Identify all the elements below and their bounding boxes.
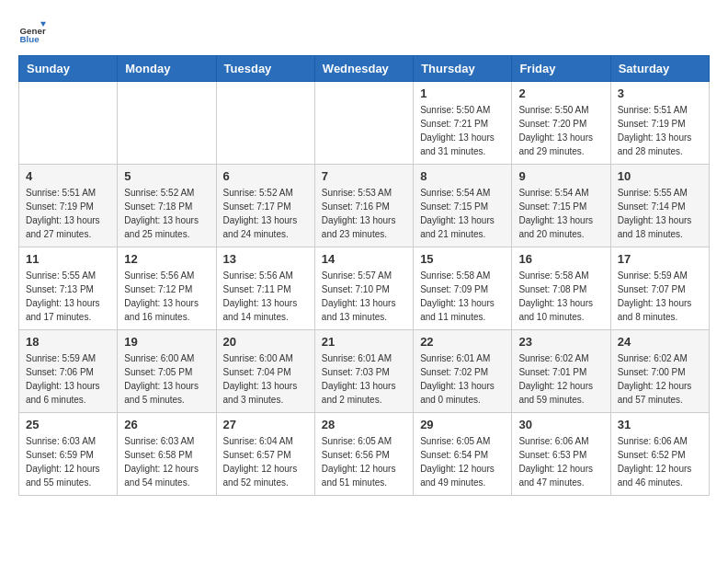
page-header: General Blue xyxy=(18,18,710,46)
day-info: Sunrise: 5:56 AMSunset: 7:11 PMDaylight:… xyxy=(223,269,308,324)
calendar-cell xyxy=(314,82,413,165)
day-info: Sunrise: 5:52 AMSunset: 7:18 PMDaylight:… xyxy=(124,186,209,241)
day-number: 5 xyxy=(124,169,209,183)
logo-icon: General Blue xyxy=(18,18,46,46)
header-wednesday: Wednesday xyxy=(314,56,413,82)
calendar-body: 1Sunrise: 5:50 AMSunset: 7:21 PMDaylight… xyxy=(19,82,710,496)
calendar-cell: 26Sunrise: 6:03 AMSunset: 6:58 PMDayligh… xyxy=(118,413,216,496)
calendar-cell: 11Sunrise: 5:55 AMSunset: 7:13 PMDayligh… xyxy=(19,247,118,330)
day-number: 7 xyxy=(322,169,406,183)
day-info: Sunrise: 6:00 AMSunset: 7:05 PMDaylight:… xyxy=(124,351,209,407)
calendar-cell: 31Sunrise: 6:06 AMSunset: 6:52 PMDayligh… xyxy=(610,413,709,496)
day-info: Sunrise: 6:02 AMSunset: 7:00 PMDaylight:… xyxy=(618,351,702,407)
day-number: 12 xyxy=(124,252,209,266)
calendar-cell: 16Sunrise: 5:58 AMSunset: 7:08 PMDayligh… xyxy=(512,247,610,330)
week-row-4: 25Sunrise: 6:03 AMSunset: 6:59 PMDayligh… xyxy=(19,413,710,496)
day-info: Sunrise: 5:56 AMSunset: 7:12 PMDaylight:… xyxy=(124,269,209,324)
day-info: Sunrise: 5:55 AMSunset: 7:14 PMDaylight:… xyxy=(618,186,702,241)
calendar-cell: 25Sunrise: 6:03 AMSunset: 6:59 PMDayligh… xyxy=(19,413,118,496)
day-number: 16 xyxy=(518,252,603,266)
day-number: 29 xyxy=(420,418,505,431)
day-number: 30 xyxy=(518,418,603,431)
calendar-cell: 29Sunrise: 6:05 AMSunset: 6:54 PMDayligh… xyxy=(414,413,512,496)
logo: General Blue xyxy=(18,18,46,46)
day-number: 21 xyxy=(322,335,406,349)
header-sunday: Sunday xyxy=(19,56,118,82)
day-info: Sunrise: 5:53 AMSunset: 7:16 PMDaylight:… xyxy=(322,186,406,241)
week-row-0: 1Sunrise: 5:50 AMSunset: 7:21 PMDaylight… xyxy=(19,82,710,165)
calendar-cell: 3Sunrise: 5:51 AMSunset: 7:19 PMDaylight… xyxy=(610,82,709,165)
header-monday: Monday xyxy=(118,56,216,82)
day-number: 9 xyxy=(518,169,603,183)
calendar-cell: 24Sunrise: 6:02 AMSunset: 7:00 PMDayligh… xyxy=(610,330,709,413)
day-number: 22 xyxy=(420,335,505,349)
calendar-cell xyxy=(19,82,118,165)
day-info: Sunrise: 6:01 AMSunset: 7:02 PMDaylight:… xyxy=(420,351,505,407)
day-number: 15 xyxy=(420,252,505,266)
calendar-header-row: SundayMondayTuesdayWednesdayThursdayFrid… xyxy=(19,56,710,82)
day-number: 11 xyxy=(26,252,110,266)
day-number: 18 xyxy=(26,335,110,349)
day-info: Sunrise: 5:50 AMSunset: 7:20 PMDaylight:… xyxy=(518,103,603,158)
week-row-3: 18Sunrise: 5:59 AMSunset: 7:06 PMDayligh… xyxy=(19,330,710,413)
day-number: 10 xyxy=(618,169,702,183)
calendar-cell: 30Sunrise: 6:06 AMSunset: 6:53 PMDayligh… xyxy=(512,413,610,496)
calendar-cell: 19Sunrise: 6:00 AMSunset: 7:05 PMDayligh… xyxy=(118,330,216,413)
svg-text:Blue: Blue xyxy=(20,34,40,44)
day-info: Sunrise: 6:00 AMSunset: 7:04 PMDaylight:… xyxy=(223,351,308,407)
day-info: Sunrise: 6:06 AMSunset: 6:53 PMDaylight:… xyxy=(518,434,603,489)
calendar-cell: 8Sunrise: 5:54 AMSunset: 7:15 PMDaylight… xyxy=(414,165,512,247)
day-number: 28 xyxy=(322,418,406,431)
day-number: 23 xyxy=(518,335,603,349)
calendar-cell: 1Sunrise: 5:50 AMSunset: 7:21 PMDaylight… xyxy=(414,82,512,165)
calendar-cell: 6Sunrise: 5:52 AMSunset: 7:17 PMDaylight… xyxy=(216,165,314,247)
calendar-cell: 4Sunrise: 5:51 AMSunset: 7:19 PMDaylight… xyxy=(19,165,118,247)
day-info: Sunrise: 6:02 AMSunset: 7:01 PMDaylight:… xyxy=(518,351,603,407)
day-info: Sunrise: 5:54 AMSunset: 7:15 PMDaylight:… xyxy=(518,186,603,241)
calendar-cell: 10Sunrise: 5:55 AMSunset: 7:14 PMDayligh… xyxy=(610,165,709,247)
calendar-cell: 5Sunrise: 5:52 AMSunset: 7:18 PMDaylight… xyxy=(118,165,216,247)
calendar-cell: 22Sunrise: 6:01 AMSunset: 7:02 PMDayligh… xyxy=(414,330,512,413)
day-info: Sunrise: 5:52 AMSunset: 7:17 PMDaylight:… xyxy=(223,186,308,241)
calendar-cell: 18Sunrise: 5:59 AMSunset: 7:06 PMDayligh… xyxy=(19,330,118,413)
day-number: 8 xyxy=(420,169,505,183)
day-info: Sunrise: 5:50 AMSunset: 7:21 PMDaylight:… xyxy=(420,103,505,158)
day-number: 6 xyxy=(223,169,308,183)
day-info: Sunrise: 5:51 AMSunset: 7:19 PMDaylight:… xyxy=(618,103,702,158)
calendar-cell: 23Sunrise: 6:02 AMSunset: 7:01 PMDayligh… xyxy=(512,330,610,413)
day-info: Sunrise: 5:55 AMSunset: 7:13 PMDaylight:… xyxy=(26,269,110,324)
day-info: Sunrise: 5:58 AMSunset: 7:09 PMDaylight:… xyxy=(420,269,505,324)
header-tuesday: Tuesday xyxy=(216,56,314,82)
day-number: 1 xyxy=(420,86,505,100)
calendar-cell: 14Sunrise: 5:57 AMSunset: 7:10 PMDayligh… xyxy=(314,247,413,330)
day-info: Sunrise: 5:58 AMSunset: 7:08 PMDaylight:… xyxy=(518,269,603,324)
day-info: Sunrise: 6:01 AMSunset: 7:03 PMDaylight:… xyxy=(322,351,406,407)
day-number: 27 xyxy=(223,418,308,431)
day-number: 26 xyxy=(124,418,209,431)
day-info: Sunrise: 5:57 AMSunset: 7:10 PMDaylight:… xyxy=(322,269,406,324)
day-info: Sunrise: 6:03 AMSunset: 6:59 PMDaylight:… xyxy=(26,434,110,489)
calendar-cell: 17Sunrise: 5:59 AMSunset: 7:07 PMDayligh… xyxy=(610,247,709,330)
day-number: 17 xyxy=(618,252,702,266)
day-info: Sunrise: 6:03 AMSunset: 6:58 PMDaylight:… xyxy=(124,434,209,489)
calendar-cell xyxy=(216,82,314,165)
calendar-cell: 12Sunrise: 5:56 AMSunset: 7:12 PMDayligh… xyxy=(118,247,216,330)
day-number: 14 xyxy=(322,252,406,266)
day-number: 25 xyxy=(26,418,110,431)
calendar-cell: 20Sunrise: 6:00 AMSunset: 7:04 PMDayligh… xyxy=(216,330,314,413)
calendar-cell: 28Sunrise: 6:05 AMSunset: 6:56 PMDayligh… xyxy=(314,413,413,496)
day-number: 20 xyxy=(223,335,308,349)
calendar-cell: 9Sunrise: 5:54 AMSunset: 7:15 PMDaylight… xyxy=(512,165,610,247)
day-info: Sunrise: 6:06 AMSunset: 6:52 PMDaylight:… xyxy=(618,434,702,489)
header-thursday: Thursday xyxy=(414,56,512,82)
calendar-cell: 27Sunrise: 6:04 AMSunset: 6:57 PMDayligh… xyxy=(216,413,314,496)
header-friday: Friday xyxy=(512,56,610,82)
day-info: Sunrise: 6:05 AMSunset: 6:54 PMDaylight:… xyxy=(420,434,505,489)
day-number: 2 xyxy=(518,86,603,100)
calendar-table: SundayMondayTuesdayWednesdayThursdayFrid… xyxy=(18,55,710,496)
calendar-cell: 2Sunrise: 5:50 AMSunset: 7:20 PMDaylight… xyxy=(512,82,610,165)
day-number: 31 xyxy=(618,418,702,431)
day-info: Sunrise: 5:51 AMSunset: 7:19 PMDaylight:… xyxy=(26,186,110,241)
day-number: 24 xyxy=(618,335,702,349)
day-number: 13 xyxy=(223,252,308,266)
